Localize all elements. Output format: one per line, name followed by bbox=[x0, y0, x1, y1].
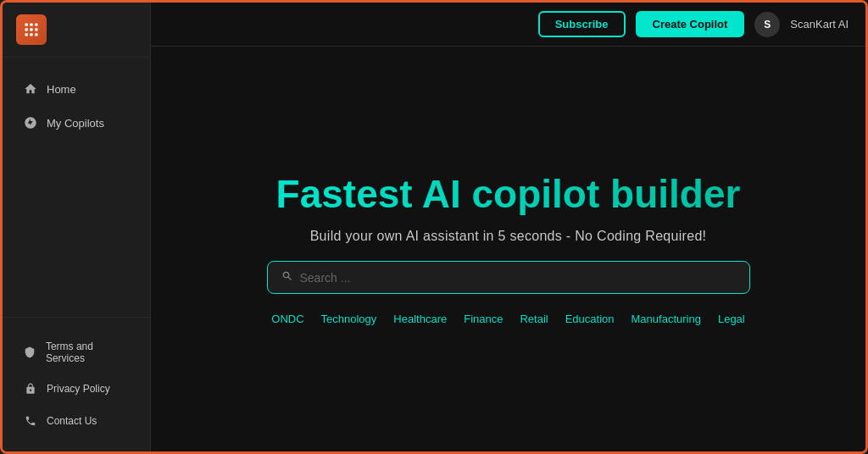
terms-label: Terms and Services bbox=[46, 340, 130, 364]
search-icon bbox=[281, 270, 293, 285]
category-technology[interactable]: Technology bbox=[321, 313, 377, 325]
user-name: ScanKart AI bbox=[790, 18, 849, 30]
hero-subtitle: Build your own AI assistant in 5 seconds… bbox=[310, 229, 707, 244]
privacy-label: Privacy Policy bbox=[47, 383, 110, 395]
sidebar-item-privacy[interactable]: Privacy Policy bbox=[9, 374, 143, 404]
sidebar-item-home[interactable]: Home bbox=[9, 73, 143, 105]
svg-rect-6 bbox=[25, 33, 28, 36]
sidebar-item-contact[interactable]: Contact Us bbox=[9, 406, 143, 436]
home-label: Home bbox=[47, 83, 76, 96]
category-legal[interactable]: Legal bbox=[718, 313, 745, 325]
category-manufacturing[interactable]: Manufacturing bbox=[632, 313, 701, 325]
category-ondc[interactable]: ONDC bbox=[271, 313, 303, 325]
category-retail[interactable]: Retail bbox=[520, 313, 548, 325]
hero-section: Fastest AI copilot builder Build your ow… bbox=[151, 47, 865, 451]
sidebar: Home My Copilots Terms and Services Priv… bbox=[3, 3, 151, 451]
category-finance[interactable]: Finance bbox=[464, 313, 503, 325]
home-icon bbox=[23, 81, 38, 97]
main-content: Subscribe Create Copilot S ScanKart AI F… bbox=[151, 3, 865, 451]
copilots-icon bbox=[23, 115, 38, 130]
category-healthcare[interactable]: Healthcare bbox=[393, 313, 447, 325]
svg-rect-8 bbox=[35, 33, 37, 36]
hero-title: Fastest AI copilot builder bbox=[276, 173, 741, 216]
svg-rect-7 bbox=[30, 33, 32, 36]
search-box bbox=[267, 261, 750, 294]
lock-icon bbox=[23, 381, 38, 396]
sidebar-nav: Home My Copilots bbox=[3, 58, 150, 317]
categories: ONDC Technology Healthcare Finance Retai… bbox=[271, 313, 744, 325]
header: Subscribe Create Copilot S ScanKart AI bbox=[151, 3, 865, 47]
copilots-label: My Copilots bbox=[47, 117, 104, 130]
subscribe-button[interactable]: Subscribe bbox=[538, 11, 626, 37]
sidebar-item-terms[interactable]: Terms and Services bbox=[9, 333, 143, 372]
avatar: S bbox=[754, 12, 780, 37]
svg-rect-5 bbox=[35, 28, 37, 30]
svg-rect-2 bbox=[35, 24, 37, 26]
search-container bbox=[267, 261, 750, 294]
sidebar-bottom: Terms and Services Privacy Policy Contac… bbox=[3, 317, 150, 451]
svg-rect-0 bbox=[25, 24, 28, 26]
svg-rect-3 bbox=[25, 28, 28, 30]
search-input[interactable] bbox=[300, 271, 736, 285]
shield-icon bbox=[23, 345, 37, 360]
create-copilot-button[interactable]: Create Copilot bbox=[636, 11, 745, 37]
phone-icon bbox=[23, 413, 38, 429]
sidebar-logo bbox=[3, 3, 150, 58]
category-education[interactable]: Education bbox=[565, 313, 615, 325]
sidebar-item-my-copilots[interactable]: My Copilots bbox=[9, 107, 143, 139]
contact-label: Contact Us bbox=[47, 415, 97, 427]
logo-icon bbox=[16, 14, 47, 45]
svg-rect-4 bbox=[30, 28, 32, 30]
svg-rect-1 bbox=[30, 24, 32, 26]
